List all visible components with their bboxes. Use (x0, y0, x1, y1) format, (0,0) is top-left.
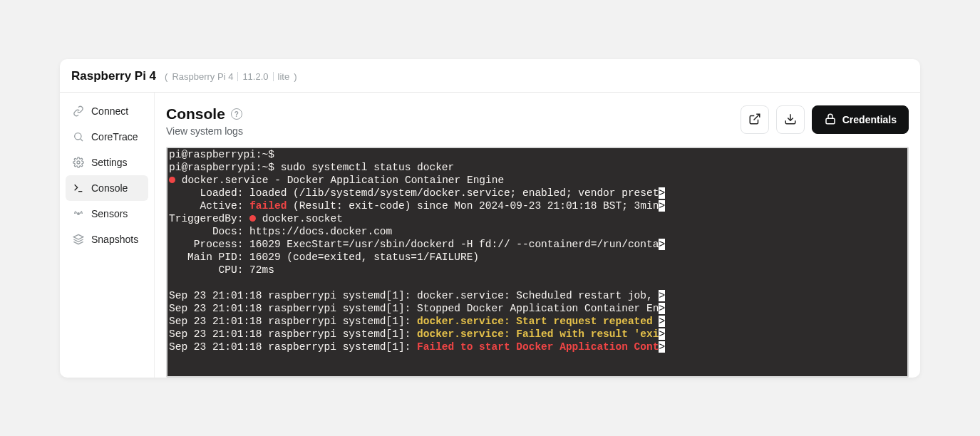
broadcast-icon (73, 208, 84, 219)
device-version: 11.2.0 (242, 71, 268, 82)
panel-body: Connect CoreTrace Settings Console (60, 93, 920, 378)
search-icon (73, 131, 84, 142)
svg-point-2 (77, 161, 80, 164)
overflow-marker: > (659, 303, 665, 314)
sidebar-item-label: Sensors (91, 208, 128, 219)
sidebar: Connect CoreTrace Settings Console (60, 93, 155, 378)
meta-divider (273, 72, 274, 81)
device-panel: Raspberry Pi 4 ( Raspberry Pi 4 11.2.0 l… (60, 59, 920, 378)
sidebar-item-label: Connect (91, 105, 128, 117)
meta-divider (237, 72, 238, 81)
console-line: Sep 23 21:01:18 raspberrypi systemd[1]: … (169, 303, 659, 314)
lock-icon (824, 113, 837, 128)
link-icon (73, 105, 84, 117)
device-model: Raspberry Pi 4 (172, 71, 233, 82)
layers-icon (73, 234, 84, 245)
sidebar-item-settings[interactable]: Settings (66, 150, 148, 175)
warn-text: docker.service: Failed with result 'exi (417, 328, 659, 340)
sidebar-item-sensors[interactable]: Sensors (66, 201, 148, 227)
sidebar-item-console[interactable]: Console (66, 175, 148, 201)
console-line (175, 175, 182, 186)
console-line: Main PID: 16029 (code=exited, status=1/F… (169, 251, 479, 263)
help-icon[interactable]: ? (231, 108, 242, 120)
open-external-button[interactable] (741, 105, 769, 134)
panel-header: Raspberry Pi 4 ( Raspberry Pi 4 11.2.0 l… (60, 59, 920, 93)
sidebar-item-label: Settings (91, 157, 128, 168)
device-meta: ( Raspberry Pi 4 11.2.0 lite ) (165, 71, 296, 82)
console-line: Process: 16029 ExecStart=/usr/sbin/docke… (169, 239, 659, 250)
console-line: docker.socket (256, 213, 343, 224)
page-title: Console (166, 105, 225, 123)
paren-open: ( (165, 71, 167, 82)
main-header: Console ? View system logs (166, 105, 909, 137)
sidebar-item-coretrace[interactable]: CoreTrace (66, 124, 148, 150)
overflow-marker: > (659, 290, 665, 301)
overflow-marker: > (659, 239, 665, 250)
status-dot-icon (169, 177, 175, 183)
external-link-icon (748, 113, 761, 128)
status-failed: failed (249, 200, 287, 212)
console-output[interactable]: pi@raspberrypi:~$ pi@raspberrypi:~$ sudo… (167, 148, 907, 353)
console-frame: pi@raspberrypi:~$ pi@raspberrypi:~$ sudo… (166, 147, 909, 378)
credentials-button[interactable]: Credentials (812, 105, 909, 134)
sidebar-item-label: CoreTrace (91, 131, 138, 142)
main-content: Console ? View system logs (155, 93, 920, 378)
svg-line-1 (81, 139, 83, 141)
sidebar-item-snapshots[interactable]: Snapshots (66, 227, 148, 252)
console-line: pi@raspberrypi:~$ sudo systemctl status … (169, 162, 454, 173)
console-line: docker.service - Docker Application Cont… (182, 175, 504, 186)
svg-point-0 (75, 133, 81, 140)
svg-line-6 (753, 114, 759, 120)
console-line: pi@raspberrypi:~$ (169, 149, 274, 160)
overflow-marker: > (659, 316, 665, 327)
title-wrap: Console ? View system logs (166, 105, 243, 137)
svg-marker-5 (73, 234, 83, 239)
status-dot-icon (249, 215, 256, 222)
overflow-marker: > (659, 187, 665, 199)
header-actions: Credentials (741, 105, 909, 134)
svg-rect-8 (826, 118, 835, 124)
console-line: Loaded: loaded (/lib/systemd/system/dock… (169, 187, 659, 199)
gear-icon (73, 157, 84, 168)
console-line: Sep 23 21:01:18 raspberrypi systemd[1]: (169, 328, 417, 340)
device-title: Raspberry Pi 4 (71, 69, 156, 83)
overflow-marker: > (659, 200, 665, 212)
svg-point-4 (78, 213, 80, 215)
terminal-icon (73, 182, 84, 194)
console-line: Active: (169, 200, 249, 212)
sidebar-item-label: Snapshots (91, 234, 138, 245)
console-line: CPU: 72ms (169, 264, 274, 276)
error-text: Failed to start Docker Application Cont (417, 341, 659, 353)
sidebar-item-connect[interactable]: Connect (66, 98, 148, 124)
console-line: TriggeredBy: (169, 213, 249, 224)
console-line: Docs: https://docs.docker.com (169, 226, 392, 237)
title-row: Console ? (166, 105, 243, 123)
console-line: Sep 23 21:01:18 raspberrypi systemd[1]: (169, 341, 417, 353)
console-line: Sep 23 21:01:18 raspberrypi systemd[1]: (169, 316, 417, 327)
paren-close: ) (294, 71, 296, 82)
overflow-marker: > (659, 341, 665, 353)
console-line: (Result: exit-code) since Mon 2024-09-23… (287, 200, 659, 212)
credentials-label: Credentials (842, 114, 897, 125)
overflow-marker: > (659, 328, 665, 340)
download-button[interactable] (776, 105, 805, 134)
download-icon (784, 113, 797, 128)
page-subtitle: View system logs (166, 125, 243, 137)
warn-text: docker.service: Start request repeated (417, 316, 659, 327)
sidebar-item-label: Console (91, 182, 128, 194)
console-line: Sep 23 21:01:18 raspberrypi systemd[1]: … (169, 290, 659, 301)
device-variant: lite (278, 71, 290, 82)
